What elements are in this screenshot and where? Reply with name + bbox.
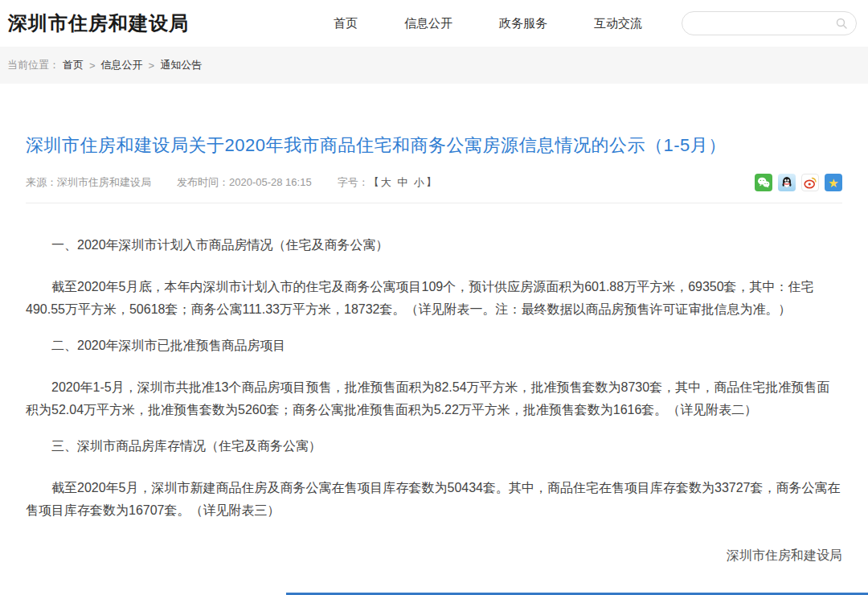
meta-source: 来源：深圳市住房和建设局 — [26, 175, 151, 190]
page-title: 深圳市住房和建设局关于2020年我市商品住宅和商务公寓房源信息情况的公示（1-5… — [26, 133, 842, 158]
section-1-heading: 一、2020年深圳市计划入市商品房情况（住宅及商务公寓） — [26, 234, 842, 256]
site-header: 深圳市住房和建设局 首页 信息公开 政务服务 互动交流 — [0, 0, 868, 47]
signature-agency: 深圳市住房和建设局 — [26, 544, 842, 567]
search-icon[interactable] — [835, 17, 848, 30]
section-2-heading: 二、2020年深圳市已批准预售商品房项目 — [26, 334, 842, 357]
nav-item-info-disclosure[interactable]: 信息公开 — [404, 16, 452, 31]
article-meta: 来源：深圳市住房和建设局 发布时间：2020-05-28 16:15 字号：【大… — [26, 174, 842, 191]
breadcrumb-item-home[interactable]: 首页 — [63, 58, 84, 72]
weibo-icon[interactable] — [801, 174, 819, 191]
breadcrumb-separator: > — [149, 60, 155, 72]
star-glyph: ★ — [828, 177, 838, 189]
section-2-paragraph: 2020年1-5月，深圳市共批准13个商品房项目预售，批准预售面积为82.54万… — [26, 376, 842, 421]
nav-item-home[interactable]: 首页 — [334, 16, 358, 31]
main-nav: 首页 信息公开 政务服务 互动交流 — [334, 16, 642, 31]
meta-source-label: 来源： — [26, 176, 57, 188]
breadcrumb-item-info-disclosure[interactable]: 信息公开 — [101, 58, 143, 72]
article-body: 一、2020年深圳市计划入市商品房情况（住宅及商务公寓） 截至2020年5月底，… — [26, 234, 842, 595]
qzone-favorite-icon[interactable]: ★ — [825, 174, 842, 191]
section-1-paragraph: 截至2020年5月底，本年内深圳市计划入市的住宅及商务公寓项目109个，预计供应… — [26, 276, 842, 321]
nav-item-interaction[interactable]: 互动交流 — [594, 16, 642, 31]
font-size-switcher[interactable]: 【大 中 小】 — [369, 176, 438, 188]
meta-time-value: 2020-05-28 16:15 — [229, 176, 312, 188]
breadcrumb: 当前位置： 首页 > 信息公开 > 通知公告 — [0, 47, 868, 84]
meta-font-size: 字号：【大 中 小】 — [338, 175, 438, 190]
nav-item-gov-services[interactable]: 政务服务 — [499, 16, 547, 31]
site-title: 深圳市住房和建设局 — [8, 10, 189, 36]
breadcrumb-separator: > — [89, 60, 96, 72]
section-3-heading: 三、深圳市商品房库存情况（住宅及商务公寓） — [26, 435, 842, 458]
search-input[interactable] — [690, 18, 835, 30]
breadcrumb-item-notices[interactable]: 通知公告 — [160, 58, 202, 72]
meta-publish-time: 发布时间：2020-05-28 16:15 — [177, 175, 312, 190]
meta-size-label: 字号： — [338, 176, 369, 188]
search-box[interactable] — [682, 11, 857, 35]
article: 深圳市住房和建设局关于2020年我市商品住宅和商务公寓房源信息情况的公示（1-5… — [0, 133, 868, 595]
wechat-icon[interactable] — [755, 174, 772, 191]
meta-time-label: 发布时间： — [177, 176, 229, 188]
qq-icon[interactable] — [778, 174, 796, 191]
meta-source-value: 深圳市住房和建设局 — [57, 176, 151, 188]
breadcrumb-label: 当前位置： — [7, 58, 59, 72]
share-icons: ★ — [755, 174, 842, 191]
meta-divider — [26, 203, 842, 203]
section-3-paragraph: 截至2020年5月，深圳市新建商品住房及商务公寓在售项目库存套数为50434套。… — [26, 477, 842, 522]
